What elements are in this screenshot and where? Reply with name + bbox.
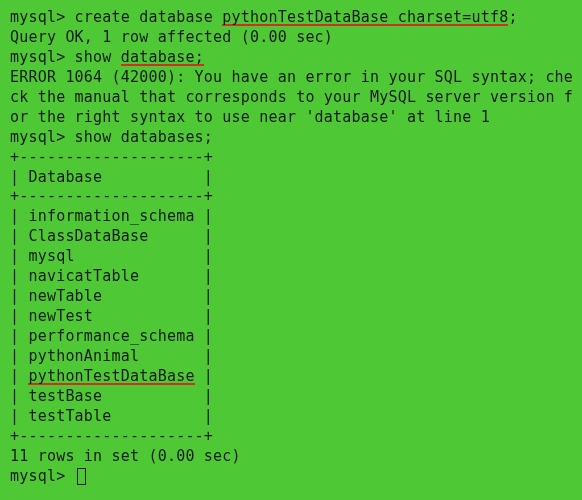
table-row-highlighted: | pythonTestDataBase | xyxy=(10,367,572,387)
table-row: | newTest | xyxy=(10,307,572,327)
cmd-line-2: mysql> show database; xyxy=(10,48,572,68)
space xyxy=(65,467,74,485)
cmd-text: show xyxy=(65,48,120,66)
cmd-text: create database xyxy=(65,8,222,26)
prompt: mysql> xyxy=(10,48,65,66)
summary-line: 11 rows in set (0.00 sec) xyxy=(10,447,572,467)
table-row: | testTable | xyxy=(10,407,572,427)
error-line: or the right syntax to use near 'databas… xyxy=(10,108,572,128)
table-row: | information_schema | xyxy=(10,207,572,227)
prompt: mysql> xyxy=(10,467,65,485)
underline-annotation: pythonTestDataBase charset=utf8 xyxy=(222,10,508,26)
underline-annotation: database; xyxy=(121,50,204,66)
prompt: mysql> xyxy=(10,128,65,146)
cursor-icon xyxy=(77,468,86,485)
table-row: | navicatTable | xyxy=(10,267,572,287)
cmd-text: ; xyxy=(508,8,517,26)
table-separator: +--------------------+ xyxy=(10,427,572,447)
error-line: ERROR 1064 (42000): You have an error in… xyxy=(10,68,572,88)
table-row: | testBase | xyxy=(10,387,572,407)
table-separator: +--------------------+ xyxy=(10,187,572,207)
table-row: | performance_schema | xyxy=(10,327,572,347)
table-row: | mysql | xyxy=(10,247,572,267)
error-line: ck the manual that corresponds to your M… xyxy=(10,88,572,108)
prompt: mysql> xyxy=(10,8,65,26)
table-row: | ClassDataBase | xyxy=(10,227,572,247)
table-row: | pythonAnimal | xyxy=(10,347,572,367)
table-row: | newTable | xyxy=(10,287,572,307)
output-line: Query OK, 1 row affected (0.00 sec) xyxy=(10,28,572,48)
cmd-line-1: mysql> create database pythonTestDataBas… xyxy=(10,8,572,28)
prompt-line[interactable]: mysql> xyxy=(10,467,572,487)
row-pre: | xyxy=(10,367,28,385)
underline-annotation: pythonTestDataBase xyxy=(28,369,194,385)
cmd-line-3: mysql> show databases; xyxy=(10,128,572,148)
cmd-text: show databases; xyxy=(65,128,213,146)
row-post: | xyxy=(195,367,213,385)
table-separator: +--------------------+ xyxy=(10,148,572,168)
table-header: | Database | xyxy=(10,168,572,188)
